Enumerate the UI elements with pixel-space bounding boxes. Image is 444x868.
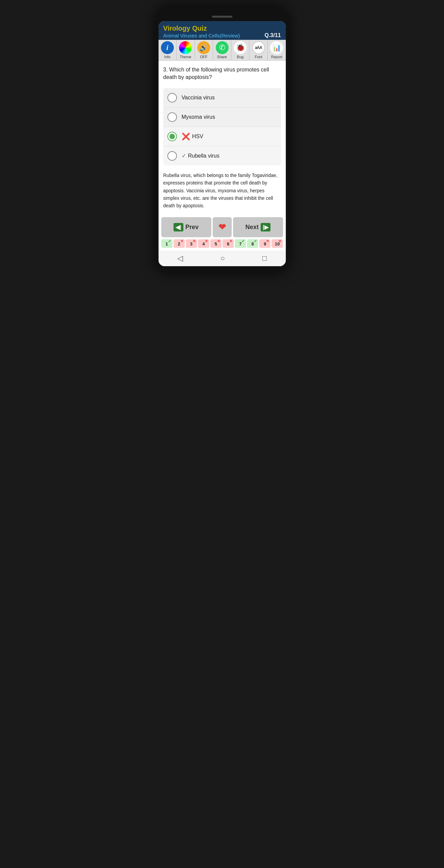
share-icon: ✆	[216, 41, 229, 54]
toolbar-bug[interactable]: 🐞 Bug	[231, 40, 250, 60]
toolbar-share[interactable]: ✆ Share	[213, 40, 231, 60]
prev-label: Prev	[185, 224, 199, 231]
toolbar-report[interactable]: 📊 Report	[268, 40, 286, 60]
toolbar-font[interactable]: aAA Font	[249, 40, 268, 60]
option-c[interactable]: ❌ HSV	[163, 127, 281, 146]
color-wheel	[179, 41, 192, 54]
sound-label: OFF	[200, 55, 208, 59]
header: Virology Quiz Animal Viruses and Cells(R…	[159, 21, 286, 40]
question-number-row: 1✓2✕3✕4✕5✕6✕7✓8✓9✕10✕	[161, 239, 283, 248]
system-nav: ◁ ○ □	[159, 251, 286, 266]
notch	[212, 16, 232, 18]
next-skip-icon: |▶	[261, 223, 270, 231]
q-num-4[interactable]: 4✕	[198, 239, 209, 248]
font-label: Font	[255, 55, 262, 59]
question-body: Which of the following virus promotes ce…	[163, 67, 269, 80]
toolbar: i Info Theme 🔊 OFF ✆ Share 🐞 Bug	[159, 40, 286, 61]
next-button[interactable]: Next |▶	[233, 217, 283, 237]
option-a-label: Vaccinia virus	[182, 95, 215, 101]
q-num-8[interactable]: 8✓	[247, 239, 258, 248]
radio-d	[167, 151, 177, 161]
next-label: Next	[245, 224, 259, 231]
app-title: Virology Quiz	[163, 25, 281, 32]
wrong-icon: ❌	[182, 132, 190, 141]
font-icon: aAA	[252, 41, 265, 54]
prev-button[interactable]: ◀| Prev	[161, 217, 211, 237]
option-d-label: ✓ Rubella virus	[182, 152, 219, 159]
back-button[interactable]: ◁	[177, 254, 183, 263]
theme-label: Theme	[180, 55, 191, 59]
options-container: Vaccinia virus Myxoma virus ❌ HSV	[163, 88, 281, 165]
share-label: Share	[217, 55, 227, 59]
question-counter: Q.3/11	[264, 32, 281, 38]
q-num-10[interactable]: 10✕	[272, 239, 283, 248]
option-c-label: ❌ HSV	[182, 132, 203, 141]
heart-icon: ❤	[218, 222, 226, 232]
heart-button[interactable]: ❤	[213, 217, 232, 237]
toolbar-sound[interactable]: 🔊 OFF	[195, 40, 213, 60]
explanation-text: Rubella virus, which belongs to the fami…	[163, 173, 278, 209]
q-num-7[interactable]: 7✓	[235, 239, 246, 248]
radio-c	[167, 132, 177, 141]
correct-checkmark-icon: ✓	[182, 152, 186, 159]
q-num-1[interactable]: 1✓	[161, 239, 172, 248]
theme-icon	[179, 41, 192, 54]
bug-label: Bug	[237, 55, 244, 59]
explanation: Rubella virus, which belongs to the fami…	[159, 168, 286, 214]
screen: Virology Quiz Animal Viruses and Cells(R…	[159, 21, 286, 266]
header-sub: Animal Viruses and Cells(Review) Q.3/11	[163, 32, 281, 38]
report-icon: 📊	[270, 41, 283, 54]
option-b-text: Myxoma virus	[182, 114, 215, 120]
question-text: 3. Which of the following virus promotes…	[163, 66, 281, 81]
radio-b	[167, 112, 177, 122]
q-num-5[interactable]: 5✕	[210, 239, 221, 248]
q-num-3[interactable]: 3✕	[186, 239, 197, 248]
question-number: 3.	[163, 67, 169, 73]
nav-bar: ◀| Prev ❤ Next |▶	[161, 217, 283, 237]
sound-icon: 🔊	[197, 41, 210, 54]
toolbar-theme[interactable]: Theme	[177, 40, 195, 60]
report-label: Report	[271, 55, 282, 59]
radio-a	[167, 93, 177, 102]
home-button[interactable]: ○	[220, 254, 225, 263]
notch-bar	[159, 13, 286, 19]
question-area: 3. Which of the following virus promotes…	[159, 61, 286, 88]
option-a[interactable]: Vaccinia virus	[163, 88, 281, 108]
option-d[interactable]: ✓ Rubella virus	[163, 146, 281, 165]
option-d-text: Rubella virus	[188, 153, 219, 159]
recents-button[interactable]: □	[262, 254, 267, 263]
option-c-text: HSV	[192, 133, 203, 140]
q-num-6[interactable]: 6✕	[223, 239, 234, 248]
toolbar-info[interactable]: i Info	[159, 40, 177, 60]
phone-frame: Virology Quiz Animal Viruses and Cells(R…	[156, 7, 289, 272]
quiz-subtitle: Animal Viruses and Cells(Review)	[163, 33, 240, 38]
option-b[interactable]: Myxoma virus	[163, 108, 281, 127]
prev-skip-icon: ◀|	[174, 223, 183, 231]
option-b-label: Myxoma virus	[182, 114, 215, 120]
q-num-2[interactable]: 2✕	[174, 239, 185, 248]
info-icon: i	[161, 41, 174, 54]
q-num-9[interactable]: 9✕	[259, 239, 270, 248]
info-label: Info	[164, 55, 170, 59]
option-a-text: Vaccinia virus	[182, 95, 215, 101]
bug-icon: 🐞	[234, 41, 247, 54]
